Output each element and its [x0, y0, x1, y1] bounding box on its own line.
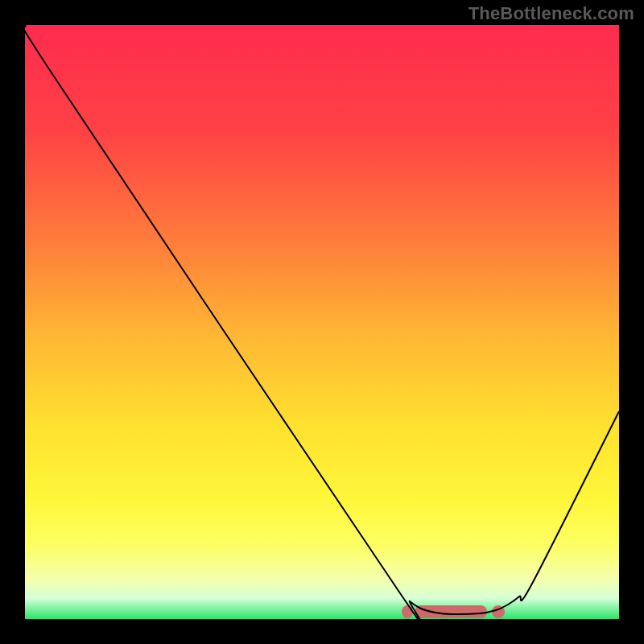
plot-svg: [25, 25, 619, 619]
watermark-text: TheBottleneck.com: [469, 3, 634, 24]
highlight-pill: [415, 605, 487, 618]
chart-frame: TheBottleneck.com: [0, 0, 644, 644]
highlight-pill: [402, 605, 413, 618]
plot-area: [25, 25, 619, 619]
gradient-background: [25, 25, 619, 619]
